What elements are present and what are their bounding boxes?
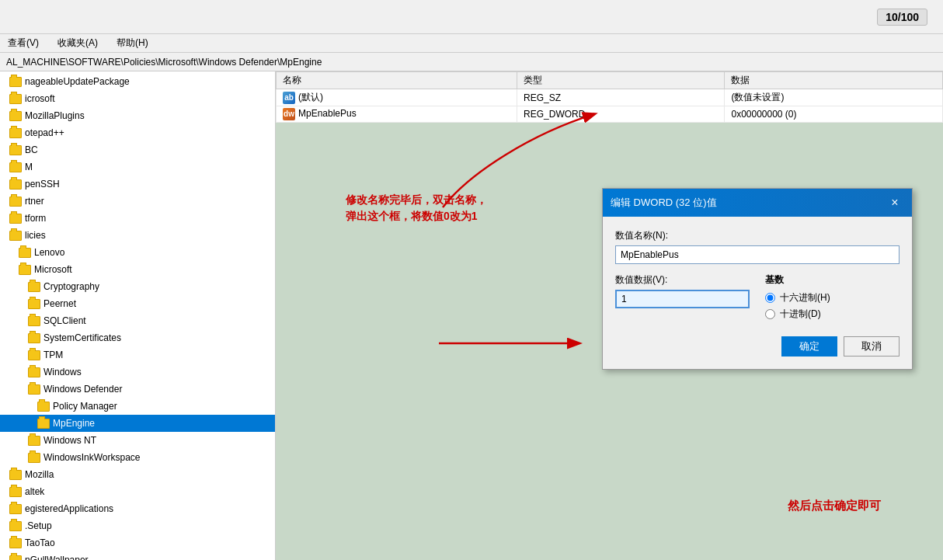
tree-item-taotao[interactable]: TaoTao bbox=[0, 534, 275, 551]
annotation-main: 修改名称完毕后，双击名称，弹出这个框，将数值0改为1 bbox=[346, 192, 487, 224]
tree-item-policy-manager[interactable]: Policy Manager bbox=[0, 398, 275, 415]
folder-icon bbox=[28, 384, 40, 395]
data-label: 数值数据(V): bbox=[615, 273, 750, 287]
tree-item-tpm[interactable]: TPM bbox=[0, 346, 275, 363]
score-badge: 10/100 bbox=[877, 9, 927, 26]
folder-icon bbox=[28, 316, 40, 326]
tree-item[interactable]: tform bbox=[0, 210, 275, 227]
menu-favorites[interactable]: 收藏夹(A) bbox=[53, 35, 103, 51]
cell-type: REG_DWORD bbox=[517, 106, 725, 123]
tree-item-mozilla[interactable]: Mozilla bbox=[0, 466, 275, 483]
dialog-title-bar: 编辑 DWORD (32 位)值 × bbox=[603, 189, 912, 217]
cell-data: 0x00000000 (0) bbox=[725, 106, 943, 123]
col-type: 类型 bbox=[517, 72, 725, 89]
dialog-title-text: 编辑 DWORD (32 位)值 bbox=[611, 196, 717, 210]
menu-bar: 查看(V) 收藏夹(A) 帮助(H) bbox=[0, 34, 943, 53]
radio-dec[interactable]: 十进制(D) bbox=[765, 308, 900, 321]
col-name: 名称 bbox=[277, 72, 517, 89]
dialog-dword: 编辑 DWORD (32 位)值 × 数值名称(N): 数值数据(V): 基数 bbox=[602, 188, 913, 370]
tree-item[interactable]: Microsoft bbox=[0, 261, 275, 278]
ok-button[interactable]: 确定 bbox=[781, 336, 837, 357]
tree-item[interactable]: M bbox=[0, 158, 275, 176]
menu-help[interactable]: 帮助(H) bbox=[112, 35, 153, 51]
folder-icon bbox=[9, 128, 22, 138]
folder-icon bbox=[28, 453, 40, 463]
tree-item-windows-nt[interactable]: Windows NT bbox=[0, 432, 275, 449]
folder-icon bbox=[9, 555, 22, 560]
folder-icon bbox=[9, 521, 22, 531]
cell-data: (数值未设置) bbox=[725, 89, 943, 106]
folder-icon bbox=[9, 94, 22, 104]
tree-item[interactable]: MozillaPlugins bbox=[0, 107, 275, 124]
folder-icon bbox=[9, 179, 22, 190]
folder-icon bbox=[9, 231, 22, 241]
folder-icon bbox=[9, 470, 22, 480]
radio-hex[interactable]: 十六进制(H) bbox=[765, 291, 900, 304]
tree-item-sqlclient[interactable]: SQLClient bbox=[0, 312, 275, 329]
tree-item[interactable]: nageableUpdatePackage bbox=[0, 73, 275, 90]
tree-item-systemcerts[interactable]: SystemCertificates bbox=[0, 329, 275, 346]
tree-item[interactable]: licies bbox=[0, 227, 275, 244]
cell-name: ab(默认) bbox=[277, 89, 517, 106]
annotation-bottom: 然后点击确定即可 bbox=[788, 499, 881, 513]
cancel-button[interactable]: 取消 bbox=[844, 336, 900, 357]
value-base-row: 数值数据(V): 基数 十六进制(H) 十进制(D) bbox=[615, 273, 900, 324]
cell-name: dwMpEnablePus bbox=[277, 106, 517, 123]
menu-view[interactable]: 查看(V) bbox=[3, 35, 43, 51]
folder-icon bbox=[9, 162, 22, 172]
reg-icon-dword: dw bbox=[283, 108, 295, 120]
base-section: 基数 十六进制(H) 十进制(D) bbox=[765, 273, 900, 324]
folder-icon bbox=[37, 402, 50, 412]
tree-item-setup[interactable]: .Setup bbox=[0, 517, 275, 534]
col-data: 数据 bbox=[725, 72, 943, 89]
data-input[interactable] bbox=[615, 290, 750, 308]
folder-icon bbox=[9, 214, 22, 224]
radio-hex-input[interactable] bbox=[765, 293, 775, 303]
top-bar: 10/100 bbox=[0, 0, 943, 34]
tree-item-cryptography[interactable]: Cryptography bbox=[0, 278, 275, 295]
table-row-mpenablePus[interactable]: dwMpEnablePus REG_DWORD 0x00000000 (0) bbox=[277, 106, 943, 123]
tree-item[interactable]: rtner bbox=[0, 193, 275, 210]
tree-item[interactable]: penSSH bbox=[0, 176, 275, 193]
folder-icon bbox=[28, 436, 40, 446]
cell-type: REG_SZ bbox=[517, 89, 725, 106]
tree-item-altek[interactable]: altek bbox=[0, 483, 275, 500]
value-section: 数值数据(V): bbox=[615, 273, 750, 324]
radio-dec-input[interactable] bbox=[765, 309, 775, 319]
tree-item-windows-defender[interactable]: Windows Defender bbox=[0, 381, 275, 398]
folder-icon bbox=[28, 299, 40, 309]
name-input[interactable] bbox=[615, 245, 900, 264]
name-label: 数值名称(N): bbox=[615, 229, 900, 242]
tree-item[interactable]: BC bbox=[0, 141, 275, 158]
dialog-buttons: 确定 取消 bbox=[615, 336, 900, 357]
main-area: nageableUpdatePackage icrosoft MozillaPl… bbox=[0, 71, 943, 560]
registry-table: 名称 类型 数据 ab(默认) REG_SZ (数值未设置) dwMpEnabl… bbox=[276, 71, 943, 123]
folder-icon bbox=[9, 197, 22, 207]
folder-icon bbox=[28, 282, 40, 292]
tree-item-mpengine[interactable]: MpEngine bbox=[0, 415, 275, 432]
table-row[interactable]: ab(默认) REG_SZ (数值未设置) bbox=[277, 89, 943, 106]
right-panel: 名称 类型 数据 ab(默认) REG_SZ (数值未设置) dwMpEnabl… bbox=[276, 71, 943, 560]
tree-item-regapps[interactable]: egisteredApplications bbox=[0, 500, 275, 517]
tree-item[interactable]: otepad++ bbox=[0, 124, 275, 141]
tree-item-windows[interactable]: Windows bbox=[0, 363, 275, 381]
dialog-body: 数值名称(N): 数值数据(V): 基数 十六进制(H) bbox=[603, 217, 912, 369]
name-row: 数值名称(N): bbox=[615, 229, 900, 264]
tree-item-windowsink[interactable]: WindowsInkWorkspace bbox=[0, 449, 275, 466]
folder-icon bbox=[28, 333, 40, 343]
reg-icon: ab bbox=[283, 92, 295, 104]
folder-icon bbox=[9, 487, 22, 497]
tree-item[interactable]: icrosoft bbox=[0, 90, 275, 107]
tree-item[interactable]: Lenovo bbox=[0, 244, 275, 261]
folder-icon bbox=[19, 265, 31, 275]
radio-dec-label: 十进制(D) bbox=[780, 308, 821, 321]
tree-item-gullwallpaper[interactable]: nGullWallpaper bbox=[0, 551, 275, 560]
tree-item-peernet[interactable]: Peernet bbox=[0, 295, 275, 312]
tree-panel[interactable]: nageableUpdatePackage icrosoft MozillaPl… bbox=[0, 71, 276, 560]
folder-icon bbox=[9, 504, 22, 514]
folder-icon-selected bbox=[37, 419, 50, 429]
folder-icon bbox=[9, 145, 22, 155]
radio-hex-label: 十六进制(H) bbox=[780, 291, 830, 304]
dialog-close-button[interactable]: × bbox=[886, 193, 904, 212]
folder-icon bbox=[9, 538, 22, 548]
